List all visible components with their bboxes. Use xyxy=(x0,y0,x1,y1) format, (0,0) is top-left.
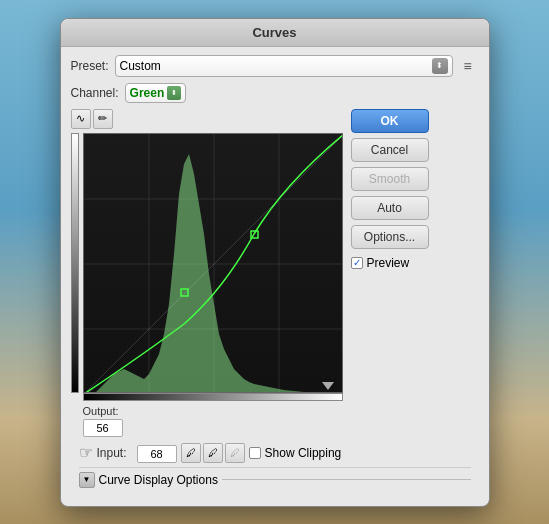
curve-display-label: Curve Display Options xyxy=(99,473,218,487)
auto-button[interactable]: Auto xyxy=(351,196,429,220)
main-area: ∿ ✏ xyxy=(71,109,479,437)
preset-dropdown-arrow[interactable]: ⬍ xyxy=(432,58,448,74)
curve-triangle-marker xyxy=(322,382,334,390)
hand-tool-icon[interactable]: ☞ xyxy=(79,443,93,462)
show-clipping-row: Show Clipping xyxy=(249,446,342,460)
options-button[interactable]: Options... xyxy=(351,225,429,249)
curve-display-expand-button[interactable]: ▼ xyxy=(79,472,95,488)
ok-button[interactable]: OK xyxy=(351,109,429,133)
curves-dialog: Curves Preset: Custom ⬍ ≡ Channel: Green… xyxy=(60,18,490,507)
preview-checkbox[interactable]: ✓ xyxy=(351,257,363,269)
preset-row: Preset: Custom ⬍ ≡ xyxy=(71,55,479,77)
channel-dropdown-arrow[interactable]: ⬍ xyxy=(167,86,181,100)
cancel-button[interactable]: Cancel xyxy=(351,138,429,162)
input-label: Input: xyxy=(97,446,127,460)
preset-dropdown[interactable]: Custom ⬍ xyxy=(115,55,453,77)
curve-graph-container xyxy=(83,133,343,401)
curve-panel: ∿ ✏ xyxy=(71,109,343,437)
output-section: Output: xyxy=(83,405,343,437)
curve-display-row: ▼ Curve Display Options xyxy=(79,467,471,488)
output-gradient-bar xyxy=(71,133,79,393)
right-panel: OK Cancel Smooth Auto Options... ✓ Previ… xyxy=(351,109,431,437)
gray-point-eyedropper[interactable]: 🖊 xyxy=(203,443,223,463)
grid-svg xyxy=(84,134,343,393)
black-point-eyedropper[interactable]: 🖊 xyxy=(181,443,201,463)
section-divider xyxy=(222,479,471,480)
pencil-tool-button[interactable]: ✏ xyxy=(93,109,113,129)
channel-row: Channel: Green ⬍ xyxy=(71,83,479,103)
preview-label: Preview xyxy=(367,256,410,270)
curve-tool-button[interactable]: ∿ xyxy=(71,109,91,129)
output-label: Output: xyxy=(83,405,343,417)
preset-value: Custom xyxy=(120,59,432,73)
show-clipping-label: Show Clipping xyxy=(265,446,342,460)
input-gradient-bar xyxy=(83,393,343,401)
show-clipping-checkbox[interactable] xyxy=(249,447,261,459)
bottom-section: ☞ Input: 🖊 🖊 🖊 Show Clipping ▼ Curve Dis… xyxy=(71,443,479,488)
input-value[interactable] xyxy=(137,445,177,463)
dialog-title: Curves xyxy=(252,25,296,40)
preset-label: Preset: xyxy=(71,59,109,73)
channel-label: Channel: xyxy=(71,86,119,100)
smooth-button[interactable]: Smooth xyxy=(351,167,429,191)
output-value[interactable] xyxy=(83,419,123,437)
curve-canvas[interactable] xyxy=(83,133,343,393)
channel-value: Green xyxy=(130,86,165,100)
svg-marker-6 xyxy=(84,154,343,393)
title-bar: Curves xyxy=(61,19,489,47)
channel-select[interactable]: Green ⬍ xyxy=(125,83,187,103)
white-point-eyedropper[interactable]: 🖊 xyxy=(225,443,245,463)
preset-menu-button[interactable]: ≡ xyxy=(457,55,479,77)
eyedropper-icons: 🖊 🖊 🖊 xyxy=(181,443,245,463)
tool-icons: ∿ ✏ xyxy=(71,109,343,129)
preview-row: ✓ Preview xyxy=(351,256,431,270)
input-row: ☞ Input: 🖊 🖊 🖊 Show Clipping xyxy=(79,443,471,463)
